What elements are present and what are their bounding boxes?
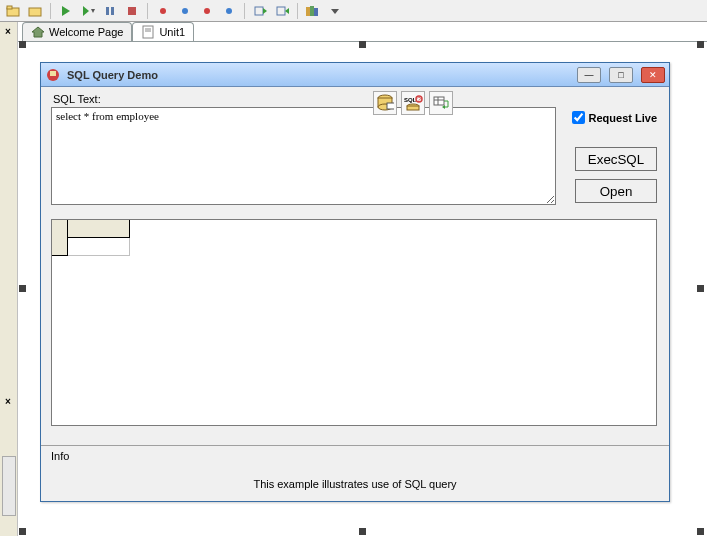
maximize-button[interactable]: □ — [609, 67, 633, 83]
svg-point-12 — [226, 8, 232, 14]
svg-marker-3 — [62, 6, 70, 16]
titlebar[interactable]: SQL Query Demo — □ ✕ — [41, 63, 669, 87]
svg-rect-33 — [407, 106, 419, 110]
trace4-icon[interactable] — [220, 2, 238, 20]
svg-rect-7 — [111, 7, 114, 15]
db-grid[interactable] — [51, 219, 657, 426]
close-button[interactable]: ✕ — [641, 67, 665, 83]
pause-icon[interactable] — [101, 2, 119, 20]
tab-welcome-page[interactable]: Welcome Page — [22, 22, 132, 41]
svg-text:SQL: SQL — [404, 97, 417, 103]
provider-component-icon[interactable] — [373, 91, 397, 115]
svg-rect-15 — [277, 7, 285, 15]
svg-point-9 — [160, 8, 166, 14]
svg-marker-21 — [32, 27, 44, 37]
tab-strip: Welcome Page Unit1 — [18, 22, 707, 42]
datasource-component-icon[interactable] — [429, 91, 453, 115]
svg-rect-19 — [314, 8, 318, 16]
svg-rect-26 — [50, 71, 56, 76]
gutter-close-icon[interactable]: × — [2, 26, 14, 38]
svg-rect-1 — [7, 6, 12, 9]
gutter-scrollbar[interactable] — [2, 456, 16, 516]
books-icon[interactable] — [304, 2, 322, 20]
sql-text-label: SQL Text: — [51, 93, 103, 105]
trace-icon[interactable] — [154, 2, 172, 20]
grid-row-header — [52, 220, 68, 256]
gutter-close2-icon[interactable]: × — [2, 396, 14, 408]
svg-text:?: ? — [417, 96, 421, 103]
unit-icon — [141, 25, 155, 39]
trace2-icon[interactable] — [176, 2, 194, 20]
folder-icon[interactable] — [4, 2, 22, 20]
svg-rect-8 — [128, 7, 136, 15]
svg-marker-20 — [331, 9, 339, 14]
step-icon[interactable] — [251, 2, 269, 20]
tab-unit1[interactable]: Unit1 — [132, 22, 194, 41]
svg-rect-30 — [387, 103, 394, 109]
home-icon — [31, 25, 45, 39]
info-text: This example illustrates use of SQL quer… — [51, 478, 659, 490]
dropdown-icon[interactable] — [326, 2, 344, 20]
svg-marker-5 — [91, 9, 95, 13]
open-button[interactable]: Open — [575, 179, 657, 203]
svg-point-10 — [182, 8, 188, 14]
tab-label: Unit1 — [159, 26, 185, 38]
window-title: SQL Query Demo — [67, 69, 569, 81]
grid-column-header[interactable] — [68, 220, 130, 238]
app-icon — [45, 67, 61, 83]
svg-rect-22 — [143, 26, 153, 38]
trace3-icon[interactable] — [198, 2, 216, 20]
tab-label: Welcome Page — [49, 26, 123, 38]
grid-cell[interactable] — [68, 238, 130, 256]
form-designer[interactable]: SQL Query Demo — □ ✕ SQL Text: SQL? — [22, 44, 701, 532]
form-window[interactable]: SQL Query Demo — □ ✕ SQL Text: SQL? — [40, 62, 670, 502]
request-live-input[interactable] — [572, 111, 585, 124]
main-toolbar — [0, 0, 707, 22]
svg-rect-17 — [306, 7, 310, 16]
left-gutter: × × — [0, 22, 18, 536]
svg-rect-2 — [29, 8, 41, 16]
folder2-icon[interactable] — [26, 2, 44, 20]
svg-rect-36 — [434, 97, 444, 105]
info-label: Info — [51, 450, 659, 462]
svg-rect-6 — [106, 7, 109, 15]
form-body: SQL Text: SQL? Request Live ExecSQL Open — [41, 87, 669, 501]
svg-point-11 — [204, 8, 210, 14]
minimize-button[interactable]: — — [577, 67, 601, 83]
svg-marker-16 — [285, 8, 289, 14]
svg-rect-13 — [255, 7, 263, 15]
play-icon[interactable] — [57, 2, 75, 20]
sql-text-input[interactable] — [51, 107, 556, 205]
info-panel: Info This example illustrates use of SQL… — [41, 445, 669, 501]
svg-marker-39 — [442, 105, 445, 109]
request-live-label: Request Live — [589, 112, 657, 124]
play-dropdown-icon[interactable] — [79, 2, 97, 20]
svg-marker-4 — [83, 6, 89, 16]
step2-icon[interactable] — [273, 2, 291, 20]
exec-sql-button[interactable]: ExecSQL — [575, 147, 657, 171]
svg-marker-14 — [263, 8, 267, 14]
svg-rect-18 — [310, 6, 314, 16]
request-live-checkbox[interactable]: Request Live — [572, 111, 657, 124]
stop-icon[interactable] — [123, 2, 141, 20]
query-component-icon[interactable]: SQL? — [401, 91, 425, 115]
